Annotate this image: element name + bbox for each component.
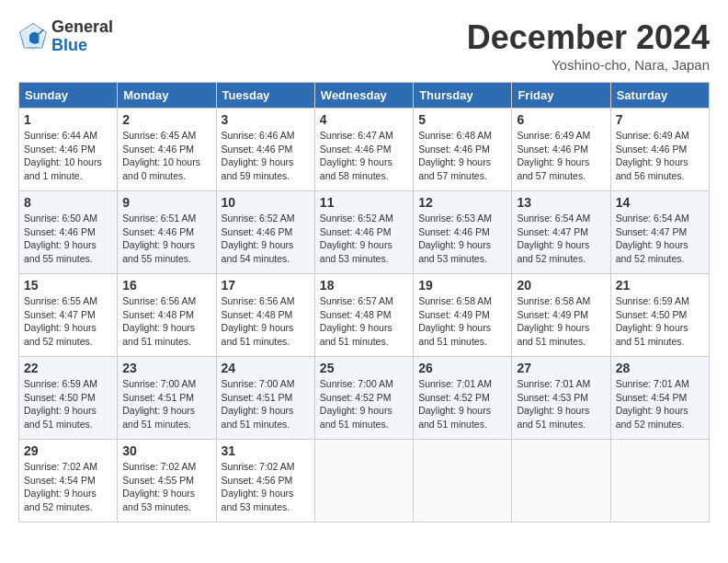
calendar-cell: 25Sunrise: 7:00 AM Sunset: 4:52 PM Dayli… (314, 357, 413, 440)
calendar-cell: 3Sunrise: 6:46 AM Sunset: 4:46 PM Daylig… (216, 109, 314, 191)
calendar-cell: 28Sunrise: 7:01 AM Sunset: 4:54 PM Dayli… (610, 357, 709, 440)
calendar-cell: 26Sunrise: 7:01 AM Sunset: 4:52 PM Dayli… (414, 357, 512, 440)
day-info: Sunrise: 6:50 AM Sunset: 4:46 PM Dayligh… (24, 212, 112, 266)
day-number: 30 (122, 443, 210, 458)
calendar-week-row: 1Sunrise: 6:44 AM Sunset: 4:46 PM Daylig… (19, 109, 710, 191)
day-number: 28 (616, 361, 704, 375)
page-header: General Blue December 2024 Yoshino-cho, … (18, 18, 710, 73)
day-info: Sunrise: 6:53 AM Sunset: 4:46 PM Dayligh… (418, 212, 506, 266)
day-info: Sunrise: 6:59 AM Sunset: 4:50 PM Dayligh… (616, 294, 704, 349)
calendar-day-header: Tuesday (216, 83, 314, 109)
day-info: Sunrise: 6:46 AM Sunset: 4:46 PM Dayligh… (222, 129, 310, 183)
day-info: Sunrise: 6:57 AM Sunset: 4:48 PM Dayligh… (320, 294, 408, 349)
calendar-cell: 12Sunrise: 6:53 AM Sunset: 4:46 PM Dayli… (414, 191, 512, 274)
calendar-cell: 18Sunrise: 6:57 AM Sunset: 4:48 PM Dayli… (314, 274, 413, 357)
day-info: Sunrise: 6:55 AM Sunset: 4:47 PM Dayligh… (24, 294, 112, 349)
day-number: 18 (320, 278, 408, 293)
day-info: Sunrise: 6:47 AM Sunset: 4:46 PM Dayligh… (320, 129, 408, 183)
logo-icon (18, 22, 48, 52)
day-info: Sunrise: 7:00 AM Sunset: 4:51 PM Dayligh… (222, 377, 310, 431)
day-number: 13 (517, 195, 605, 210)
calendar-cell: 9Sunrise: 6:51 AM Sunset: 4:46 PM Daylig… (118, 191, 216, 274)
day-info: Sunrise: 6:58 AM Sunset: 4:49 PM Dayligh… (517, 294, 605, 349)
calendar-week-row: 8Sunrise: 6:50 AM Sunset: 4:46 PM Daylig… (19, 191, 710, 274)
calendar-day-header: Thursday (414, 83, 512, 109)
day-info: Sunrise: 7:02 AM Sunset: 4:56 PM Dayligh… (222, 460, 310, 514)
day-number: 8 (24, 195, 112, 210)
day-number: 2 (122, 112, 210, 127)
month-title: December 2024 (467, 18, 710, 57)
calendar-cell: 14Sunrise: 6:54 AM Sunset: 4:47 PM Dayli… (610, 191, 709, 274)
day-number: 31 (222, 443, 310, 458)
calendar-cell (414, 440, 512, 523)
day-info: Sunrise: 7:02 AM Sunset: 4:54 PM Dayligh… (24, 460, 112, 514)
day-number: 12 (418, 195, 506, 210)
day-number: 1 (24, 112, 112, 127)
day-info: Sunrise: 6:52 AM Sunset: 4:46 PM Dayligh… (320, 212, 408, 266)
calendar-cell: 31Sunrise: 7:02 AM Sunset: 4:56 PM Dayli… (216, 440, 314, 523)
calendar-cell: 29Sunrise: 7:02 AM Sunset: 4:54 PM Dayli… (19, 440, 118, 523)
calendar-cell: 23Sunrise: 7:00 AM Sunset: 4:51 PM Dayli… (118, 357, 216, 440)
calendar-week-row: 29Sunrise: 7:02 AM Sunset: 4:54 PM Dayli… (19, 440, 710, 523)
logo-text: General Blue (51, 18, 113, 55)
calendar-cell: 24Sunrise: 7:00 AM Sunset: 4:51 PM Dayli… (216, 357, 314, 440)
calendar-day-header: Monday (118, 83, 216, 109)
day-info: Sunrise: 7:01 AM Sunset: 4:52 PM Dayligh… (418, 377, 506, 431)
calendar-cell: 8Sunrise: 6:50 AM Sunset: 4:46 PM Daylig… (19, 191, 118, 274)
day-info: Sunrise: 7:01 AM Sunset: 4:54 PM Dayligh… (616, 377, 704, 431)
calendar-cell: 7Sunrise: 6:49 AM Sunset: 4:46 PM Daylig… (610, 109, 709, 191)
calendar-table: SundayMondayTuesdayWednesdayThursdayFrid… (18, 82, 710, 523)
title-area: December 2024 Yoshino-cho, Nara, Japan (467, 18, 710, 73)
calendar-week-row: 22Sunrise: 6:59 AM Sunset: 4:50 PM Dayli… (19, 357, 710, 440)
day-number: 11 (320, 195, 408, 210)
day-info: Sunrise: 7:00 AM Sunset: 4:51 PM Dayligh… (122, 377, 210, 431)
day-number: 14 (616, 195, 704, 210)
calendar-cell (314, 440, 413, 523)
day-info: Sunrise: 7:00 AM Sunset: 4:52 PM Dayligh… (320, 377, 408, 431)
day-info: Sunrise: 6:56 AM Sunset: 4:48 PM Dayligh… (122, 294, 210, 349)
calendar-cell (610, 440, 709, 523)
calendar-cell: 15Sunrise: 6:55 AM Sunset: 4:47 PM Dayli… (19, 274, 118, 357)
day-number: 17 (222, 278, 310, 293)
day-number: 5 (418, 112, 506, 127)
day-number: 22 (24, 361, 112, 375)
calendar-body: 1Sunrise: 6:44 AM Sunset: 4:46 PM Daylig… (19, 109, 710, 523)
day-info: Sunrise: 6:49 AM Sunset: 4:46 PM Dayligh… (517, 129, 605, 183)
calendar-day-header: Wednesday (314, 83, 413, 109)
calendar-cell: 27Sunrise: 7:01 AM Sunset: 4:53 PM Dayli… (512, 357, 610, 440)
day-number: 29 (24, 443, 112, 458)
day-number: 4 (320, 112, 408, 127)
calendar-cell: 16Sunrise: 6:56 AM Sunset: 4:48 PM Dayli… (118, 274, 216, 357)
day-info: Sunrise: 6:51 AM Sunset: 4:46 PM Dayligh… (122, 212, 210, 266)
calendar-cell: 5Sunrise: 6:48 AM Sunset: 4:46 PM Daylig… (414, 109, 512, 191)
calendar-cell: 13Sunrise: 6:54 AM Sunset: 4:47 PM Dayli… (512, 191, 610, 274)
day-info: Sunrise: 6:54 AM Sunset: 4:47 PM Dayligh… (517, 212, 605, 266)
logo: General Blue (18, 18, 113, 55)
calendar-cell: 1Sunrise: 6:44 AM Sunset: 4:46 PM Daylig… (19, 109, 118, 191)
day-info: Sunrise: 6:48 AM Sunset: 4:46 PM Dayligh… (418, 129, 506, 183)
day-number: 24 (222, 361, 310, 375)
calendar-cell: 4Sunrise: 6:47 AM Sunset: 4:46 PM Daylig… (314, 109, 413, 191)
day-info: Sunrise: 7:02 AM Sunset: 4:55 PM Dayligh… (122, 460, 210, 514)
day-info: Sunrise: 6:52 AM Sunset: 4:46 PM Dayligh… (222, 212, 310, 266)
day-number: 25 (320, 361, 408, 375)
day-number: 20 (517, 278, 605, 293)
calendar-cell: 21Sunrise: 6:59 AM Sunset: 4:50 PM Dayli… (610, 274, 709, 357)
day-info: Sunrise: 6:49 AM Sunset: 4:46 PM Dayligh… (616, 129, 704, 183)
day-number: 19 (418, 278, 506, 293)
calendar-day-header: Saturday (610, 83, 709, 109)
day-number: 23 (122, 361, 210, 375)
day-number: 6 (517, 112, 605, 127)
day-info: Sunrise: 6:44 AM Sunset: 4:46 PM Dayligh… (24, 129, 112, 183)
calendar-cell: 30Sunrise: 7:02 AM Sunset: 4:55 PM Dayli… (118, 440, 216, 523)
calendar-cell: 6Sunrise: 6:49 AM Sunset: 4:46 PM Daylig… (512, 109, 610, 191)
day-number: 10 (222, 195, 310, 210)
calendar-cell: 17Sunrise: 6:56 AM Sunset: 4:48 PM Dayli… (216, 274, 314, 357)
day-info: Sunrise: 7:01 AM Sunset: 4:53 PM Dayligh… (517, 377, 605, 431)
day-number: 3 (222, 112, 310, 127)
calendar-cell: 2Sunrise: 6:45 AM Sunset: 4:46 PM Daylig… (118, 109, 216, 191)
location: Yoshino-cho, Nara, Japan (467, 57, 710, 73)
day-number: 7 (616, 112, 704, 127)
calendar-header-row: SundayMondayTuesdayWednesdayThursdayFrid… (19, 83, 710, 109)
day-info: Sunrise: 6:54 AM Sunset: 4:47 PM Dayligh… (616, 212, 704, 266)
